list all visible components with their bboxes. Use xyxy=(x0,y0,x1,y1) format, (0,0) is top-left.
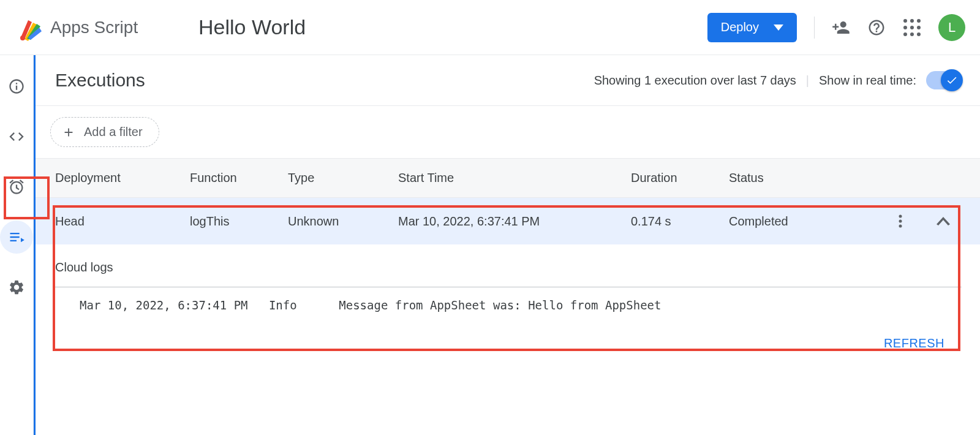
svg-point-2 xyxy=(899,220,902,223)
cloud-logs-panel: Cloud logs Mar 10, 2022, 6:37:41 PM Info… xyxy=(36,244,980,318)
cell-function: logThis xyxy=(190,214,288,229)
execution-summary: Showing 1 execution over last 7 days xyxy=(594,74,796,88)
product-name: Apps Script xyxy=(50,18,138,37)
cloud-logs-title: Cloud logs xyxy=(55,260,962,274)
col-deployment[interactable]: Deployment xyxy=(55,171,190,185)
add-filter-label: Add a filter xyxy=(84,125,143,139)
deploy-button[interactable]: Deploy xyxy=(707,13,797,42)
col-function[interactable]: Function xyxy=(190,171,288,185)
google-apps-icon[interactable] xyxy=(903,18,921,37)
realtime-toggle[interactable] xyxy=(926,71,962,89)
logs-divider xyxy=(55,287,962,287)
help-icon[interactable] xyxy=(867,18,886,37)
project-title[interactable]: Hello World xyxy=(198,15,306,39)
svg-point-1 xyxy=(899,215,902,218)
nav-settings[interactable] xyxy=(0,271,33,304)
filter-bar: Add a filter xyxy=(36,106,980,158)
row-more-menu[interactable] xyxy=(876,214,925,229)
cell-status: Completed xyxy=(729,214,876,229)
svg-point-0 xyxy=(20,36,25,40)
caret-down-icon xyxy=(774,25,783,31)
title-bar: Executions Showing 1 execution over last… xyxy=(36,55,980,106)
left-nav xyxy=(0,55,34,435)
account-avatar[interactable]: L xyxy=(938,14,965,41)
cell-duration: 0.174 s xyxy=(631,214,729,229)
col-type[interactable]: Type xyxy=(288,171,398,185)
nav-triggers[interactable] xyxy=(0,170,33,203)
nav-editor[interactable] xyxy=(0,120,33,153)
cell-start-time: Mar 10, 2022, 6:37:41 PM xyxy=(398,214,631,229)
log-entry: Mar 10, 2022, 6:37:41 PM Info Message fr… xyxy=(55,298,962,312)
divider: | xyxy=(806,74,809,88)
col-start-time[interactable]: Start Time xyxy=(398,171,631,185)
table-row[interactable]: Head logThis Unknown Mar 10, 2022, 6:37:… xyxy=(36,198,980,244)
chevron-up-icon xyxy=(937,217,950,225)
row-collapse[interactable] xyxy=(925,217,962,225)
svg-point-3 xyxy=(899,225,902,228)
share-add-person-icon[interactable] xyxy=(832,18,850,37)
avatar-initial: L xyxy=(948,20,956,36)
page-title: Executions xyxy=(55,70,145,91)
col-duration[interactable]: Duration xyxy=(631,171,729,185)
realtime-label: Show in real time: xyxy=(819,74,916,88)
more-vert-icon xyxy=(899,214,902,229)
cell-type: Unknown xyxy=(288,214,398,229)
table-header: Deployment Function Type Start Time Dura… xyxy=(36,158,980,198)
deploy-label: Deploy xyxy=(721,20,759,34)
logo-area: Apps Script xyxy=(15,13,186,42)
app-header: Apps Script Hello World Deploy L xyxy=(0,0,980,55)
nav-executions[interactable] xyxy=(0,221,33,254)
cell-deployment: Head xyxy=(55,214,190,229)
header-divider xyxy=(814,17,815,39)
main-content: Executions Showing 1 execution over last… xyxy=(34,55,980,435)
add-filter-chip[interactable]: Add a filter xyxy=(50,117,159,147)
refresh-button[interactable]: REFRESH xyxy=(884,336,944,350)
plus-icon xyxy=(62,126,75,139)
col-status[interactable]: Status xyxy=(729,171,876,185)
nav-overview[interactable] xyxy=(0,70,33,103)
footer-actions: REFRESH xyxy=(36,318,980,369)
toggle-knob-check-icon xyxy=(941,69,963,91)
apps-script-logo-icon xyxy=(15,13,44,42)
